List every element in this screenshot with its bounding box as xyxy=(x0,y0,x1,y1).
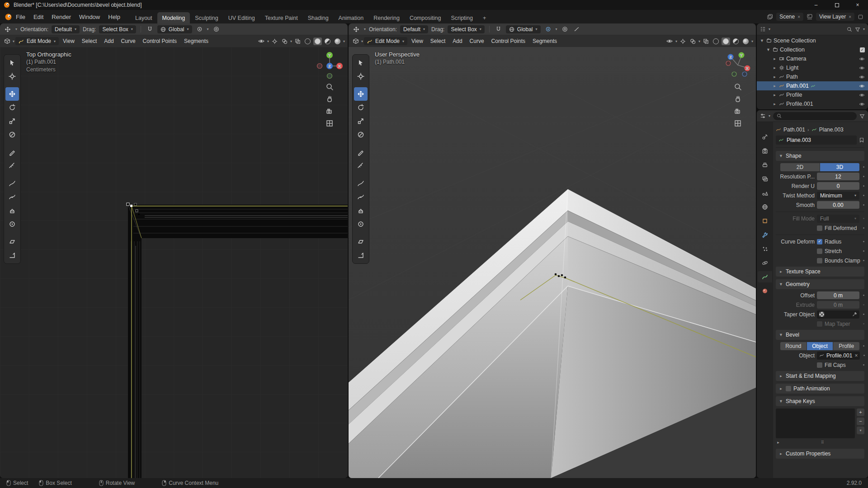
bevel-profile-tab[interactable]: Profile xyxy=(833,342,859,350)
tool-settings-caret[interactable]: ▾ xyxy=(364,27,366,31)
menu-control-points[interactable]: Control Points xyxy=(488,37,528,46)
fake-user-icon[interactable] xyxy=(859,137,864,143)
collection-checkbox[interactable]: ✓ xyxy=(860,47,865,52)
maximize-button[interactable] xyxy=(826,0,847,10)
tool-annotate[interactable] xyxy=(5,145,19,159)
tool-scale[interactable] xyxy=(354,114,368,128)
menu-segments[interactable]: Segments xyxy=(181,37,212,46)
tab-render[interactable] xyxy=(758,145,772,156)
add-shape-key-button[interactable]: + xyxy=(857,408,864,416)
resolution-preview-field[interactable]: 12 xyxy=(817,173,859,180)
shape-keys-list[interactable] xyxy=(776,408,855,438)
extrude-field[interactable]: 0 m xyxy=(817,301,859,309)
shading-solid-icon[interactable] xyxy=(313,38,322,45)
outliner-row-camera[interactable]: ▸ Camera xyxy=(757,54,868,63)
tool-transform[interactable] xyxy=(5,128,19,141)
falloff-curve-icon[interactable] xyxy=(572,25,581,33)
show-overlays-icon[interactable] xyxy=(280,38,289,45)
eye-icon[interactable] xyxy=(859,57,865,61)
workspace-tab-shading[interactable]: Shading xyxy=(303,12,334,23)
add-workspace-button[interactable]: + xyxy=(478,12,491,23)
visibility-dropdown-icon[interactable] xyxy=(665,38,674,44)
tab-object[interactable] xyxy=(758,215,772,226)
show-gizmo-icon[interactable] xyxy=(270,38,279,45)
taper-object-field[interactable] xyxy=(817,310,859,319)
show-overlays-icon[interactable] xyxy=(689,38,697,45)
tool-measure[interactable] xyxy=(5,159,19,173)
toggle-3d[interactable]: 3D xyxy=(820,163,859,171)
shape-keys-expand-icon[interactable]: ▸ xyxy=(776,440,781,445)
eye-icon[interactable] xyxy=(859,84,865,88)
toggle-2d[interactable]: 2D xyxy=(780,163,820,171)
blender-menu-icon[interactable] xyxy=(5,13,12,21)
filter-icon[interactable] xyxy=(859,113,865,119)
viewport-left-canvas[interactable]: Top Orthographic (1) Path.001 Centimeter… xyxy=(0,47,348,478)
tool-curve-pen[interactable] xyxy=(354,190,368,204)
view-layer-browse-icon[interactable] xyxy=(807,14,813,20)
filter-icon[interactable] xyxy=(855,27,860,32)
panel-shape-keys-header[interactable]: ▼ Shape Keys xyxy=(776,396,864,406)
bevel-object-tab[interactable]: Object xyxy=(807,342,834,350)
menu-view[interactable]: View xyxy=(60,37,78,46)
menu-segments[interactable]: Segments xyxy=(529,37,560,46)
control-point[interactable] xyxy=(138,213,140,215)
proportional-editing-icon[interactable] xyxy=(561,25,569,33)
mode-dropdown[interactable]: Edit Mode▾ xyxy=(15,37,59,45)
outliner-row-collection[interactable]: ▼ Collection ✓ xyxy=(757,45,868,54)
twist-method-dropdown[interactable]: Minimum▾ xyxy=(817,192,859,200)
workspace-tab-uv-editing[interactable]: UV Editing xyxy=(223,12,260,23)
shading-wireframe-icon[interactable] xyxy=(303,38,312,45)
tool-curve-pen[interactable] xyxy=(5,190,19,204)
viewport-right-canvas[interactable]: User Perspective (1) Path.001 xyxy=(349,47,756,478)
shape-key-specials-button[interactable]: ▾ xyxy=(857,427,864,434)
tool-draw[interactable] xyxy=(5,177,19,190)
tool-tweak[interactable] xyxy=(5,56,19,70)
fill-caps-checkbox[interactable] xyxy=(817,362,822,368)
tool-tilt[interactable] xyxy=(354,235,368,249)
orientation-dropdown[interactable]: Default▾ xyxy=(400,25,428,33)
remove-shape-key-button[interactable]: − xyxy=(857,418,864,425)
shading-rendered-icon[interactable] xyxy=(333,38,342,45)
tab-physics[interactable] xyxy=(758,257,772,268)
control-point[interactable] xyxy=(127,203,129,206)
map-taper-checkbox[interactable] xyxy=(817,321,822,327)
bevel-object-field[interactable]: Profile.001 × xyxy=(817,352,860,360)
tool-cursor[interactable] xyxy=(5,70,19,83)
outliner-row-profile[interactable]: ▸ Profile xyxy=(757,90,868,99)
panel-bevel-header[interactable]: ▼ Bevel xyxy=(776,330,864,340)
workspace-tab-animation[interactable]: Animation xyxy=(334,12,369,23)
panel-shape-header[interactable]: ▼ Shape xyxy=(776,151,864,161)
tool-extrude[interactable] xyxy=(354,204,368,217)
tool-rotate[interactable] xyxy=(5,101,19,114)
shading-material-icon[interactable] xyxy=(323,38,332,45)
menu-select[interactable]: Select xyxy=(79,37,100,46)
tab-scene[interactable] xyxy=(758,187,772,198)
minimize-button[interactable]: – xyxy=(806,0,826,10)
eye-icon[interactable] xyxy=(859,75,865,79)
fill-deformed-checkbox[interactable] xyxy=(817,225,822,231)
outliner-row-light[interactable]: ▸ Light xyxy=(757,63,868,72)
scene-unlink-icon[interactable]: × xyxy=(797,14,800,19)
view-layer-selector[interactable]: View Layer × xyxy=(816,13,854,21)
menu-file[interactable]: File xyxy=(12,12,29,22)
menu-render[interactable]: Render xyxy=(48,12,75,22)
tool-tilt[interactable] xyxy=(5,235,19,249)
data-name-field[interactable]: Plane.003 xyxy=(776,136,857,145)
scene-browse-icon[interactable] xyxy=(767,14,773,20)
active-tool-icon[interactable] xyxy=(3,25,12,33)
pivot-point-icon[interactable] xyxy=(544,25,552,33)
twist-smooth-field[interactable]: 0.00 xyxy=(817,201,859,209)
fill-mode-dropdown[interactable]: Full▾ xyxy=(817,215,859,223)
navigation-gizmo[interactable]: Y Z X xyxy=(723,50,752,79)
show-gizmo-icon[interactable] xyxy=(679,38,687,45)
shading-material-icon[interactable] xyxy=(731,38,740,45)
panel-drag-grip-icon[interactable]: ⠿ xyxy=(821,440,824,445)
tool-radius[interactable] xyxy=(354,217,368,231)
navigation-gizmo[interactable]: Y Z X xyxy=(315,50,344,79)
ortho-grid-icon[interactable] xyxy=(734,119,742,127)
menu-select[interactable]: Select xyxy=(427,37,448,46)
control-point[interactable] xyxy=(134,203,137,206)
transform-orientation-dropdown[interactable]: Global▾ xyxy=(506,25,541,33)
stretch-checkbox[interactable] xyxy=(817,249,822,254)
workspace-tab-layout[interactable]: Layout xyxy=(130,12,157,23)
